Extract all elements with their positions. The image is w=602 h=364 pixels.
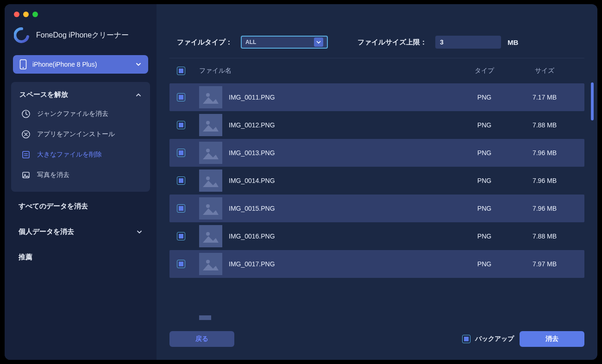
file-table: ファイル名 タイプ サイズ IMG_0011.PNGPNG7.17 MBIMG_… bbox=[169, 58, 584, 315]
row-checkbox[interactable] bbox=[177, 260, 185, 268]
image-thumbnail-icon bbox=[199, 169, 222, 192]
section-title-free-space: スペースを解放 bbox=[19, 90, 68, 99]
erase-button-label: 消去 bbox=[546, 335, 558, 343]
file-size-input[interactable]: 3 bbox=[435, 36, 501, 49]
sidebar-item-erase-private[interactable]: 個人データを消去 bbox=[5, 219, 157, 245]
sidebar-item-label: 大きなファイルを削除 bbox=[37, 151, 102, 159]
file-lines-icon bbox=[21, 150, 31, 159]
sidebar-item-large-files[interactable]: 大きなファイルを削除 bbox=[13, 144, 148, 165]
file-size: 7.88 MB bbox=[512, 232, 577, 240]
back-button[interactable]: 戻る bbox=[169, 331, 234, 347]
sidebar: FoneDog iPhoneクリーナー iPhone(iPhone 8 Plus… bbox=[5, 4, 157, 360]
zoom-icon[interactable] bbox=[32, 12, 38, 17]
sidebar-item-label: すべてのデータを消去 bbox=[19, 202, 88, 211]
section-header-free-space[interactable]: スペースを解放 bbox=[13, 86, 148, 104]
image-thumbnail-icon bbox=[199, 197, 222, 220]
back-button-label: 戻る bbox=[195, 335, 208, 343]
device-label: iPhone(iPhone 8 Plus) bbox=[32, 61, 97, 68]
file-size-label: ファイルサイズ上限： bbox=[357, 38, 427, 47]
file-size-value: 3 bbox=[440, 38, 444, 46]
svg-point-1 bbox=[23, 67, 24, 68]
file-type: PNG bbox=[457, 232, 512, 240]
image-thumbnail-icon bbox=[199, 142, 222, 164]
sidebar-item-label: 写真を消去 bbox=[37, 171, 69, 179]
row-checkbox[interactable] bbox=[177, 149, 185, 157]
filter-bar: ファイルタイプ： ALL ファイルサイズ上限： 3 MB bbox=[169, 13, 584, 54]
image-icon bbox=[21, 170, 31, 180]
table-row[interactable]: IMG_0011.PNGPNG7.17 MB bbox=[169, 83, 584, 111]
row-checkbox[interactable] bbox=[177, 176, 185, 185]
scrollbar-thumb[interactable] bbox=[591, 82, 594, 120]
column-header-name[interactable]: ファイル名 bbox=[199, 67, 457, 75]
table-row[interactable]: IMG_0013.PNGPNG7.96 MB bbox=[169, 139, 584, 167]
image-thumbnail-icon bbox=[199, 253, 222, 275]
file-type-select[interactable]: ALL bbox=[241, 36, 328, 49]
file-type: PNG bbox=[457, 121, 512, 129]
file-type-value: ALL bbox=[245, 39, 256, 45]
file-type: PNG bbox=[457, 260, 512, 268]
chevron-down-icon bbox=[314, 38, 323, 47]
image-thumbnail-icon bbox=[199, 114, 222, 136]
row-checkbox[interactable] bbox=[177, 232, 185, 240]
file-name: IMG_0016.PNG bbox=[229, 232, 275, 240]
file-size: 7.96 MB bbox=[512, 149, 577, 157]
close-icon[interactable] bbox=[14, 12, 19, 17]
main-panel: ファイルタイプ： ALL ファイルサイズ上限： 3 MB ファイル名 タイプ bbox=[157, 4, 597, 360]
image-thumbnail-icon bbox=[199, 315, 211, 320]
svg-rect-4 bbox=[23, 151, 29, 158]
sidebar-item-junk[interactable]: ジャンクファイルを消去 bbox=[13, 104, 148, 124]
file-size-unit: MB bbox=[508, 38, 518, 46]
sidebar-section-free-space: スペースを解放 ジャンクファイルを消去 アプリをアンインストール bbox=[11, 82, 150, 192]
phone-icon bbox=[19, 59, 27, 69]
select-all-checkbox[interactable] bbox=[177, 67, 185, 75]
column-header-size[interactable]: サイズ bbox=[512, 67, 577, 75]
backup-label: バックアップ bbox=[475, 335, 514, 343]
svg-point-7 bbox=[206, 93, 210, 97]
row-checkbox[interactable] bbox=[177, 93, 185, 101]
table-row[interactable]: IMG_0014.PNGPNG7.96 MB bbox=[169, 167, 584, 195]
sidebar-item-label: アプリをアンインストール bbox=[37, 130, 115, 138]
file-type: PNG bbox=[457, 94, 512, 101]
svg-point-8 bbox=[206, 121, 210, 125]
svg-point-13 bbox=[206, 260, 210, 264]
table-row[interactable]: IMG_0016.PNGPNG7.88 MB bbox=[169, 222, 584, 250]
file-name: IMG_0012.PNG bbox=[229, 121, 275, 129]
svg-point-9 bbox=[206, 149, 210, 152]
image-thumbnail-icon bbox=[199, 225, 222, 247]
backup-checkbox[interactable] bbox=[462, 335, 470, 343]
uninstall-icon bbox=[21, 130, 31, 139]
svg-point-11 bbox=[206, 204, 210, 208]
file-name: IMG_0013.PNG bbox=[229, 149, 275, 157]
chevron-down-icon bbox=[135, 61, 142, 68]
file-name: IMG_0014.PNG bbox=[229, 177, 275, 184]
row-checkbox[interactable] bbox=[177, 204, 185, 213]
app-title: FoneDog iPhoneクリーナー bbox=[36, 31, 129, 40]
partial-row-peek bbox=[169, 315, 584, 320]
row-checkbox[interactable] bbox=[177, 121, 185, 129]
chevron-down-icon bbox=[136, 229, 143, 235]
file-name: IMG_0011.PNG bbox=[229, 94, 275, 101]
table-row[interactable]: IMG_0017.PNGPNG7.97 MB bbox=[169, 250, 584, 278]
table-row[interactable]: IMG_0015.PNGPNG7.96 MB bbox=[169, 195, 584, 222]
device-selector[interactable]: iPhone(iPhone 8 Plus) bbox=[13, 55, 148, 74]
erase-button[interactable]: 消去 bbox=[520, 331, 584, 347]
column-header-type[interactable]: タイプ bbox=[457, 67, 512, 75]
sidebar-item-erase-all[interactable]: すべてのデータを消去 bbox=[5, 194, 157, 219]
clock-icon bbox=[21, 109, 31, 119]
sidebar-item-recommend[interactable]: 推薦 bbox=[5, 245, 157, 270]
sidebar-item-label: ジャンクファイルを消去 bbox=[37, 110, 108, 118]
file-type-label: ファイルタイプ： bbox=[177, 38, 232, 47]
window-traffic-lights bbox=[14, 12, 38, 17]
file-size: 7.97 MB bbox=[512, 260, 577, 268]
image-thumbnail-icon bbox=[199, 86, 222, 108]
table-body: IMG_0011.PNGPNG7.17 MBIMG_0012.PNGPNG7.8… bbox=[169, 83, 584, 315]
footer-bar: 戻る バックアップ 消去 bbox=[169, 320, 584, 347]
file-type: PNG bbox=[457, 177, 512, 184]
sidebar-item-uninstall[interactable]: アプリをアンインストール bbox=[13, 124, 148, 144]
table-row[interactable]: IMG_0012.PNGPNG7.88 MB bbox=[169, 111, 584, 139]
minimize-icon[interactable] bbox=[23, 12, 29, 17]
sidebar-item-label: 推薦 bbox=[19, 253, 32, 262]
file-size: 7.88 MB bbox=[512, 121, 577, 129]
sidebar-item-photos[interactable]: 写真を消去 bbox=[13, 165, 148, 185]
app-window: FoneDog iPhoneクリーナー iPhone(iPhone 8 Plus… bbox=[5, 4, 597, 360]
